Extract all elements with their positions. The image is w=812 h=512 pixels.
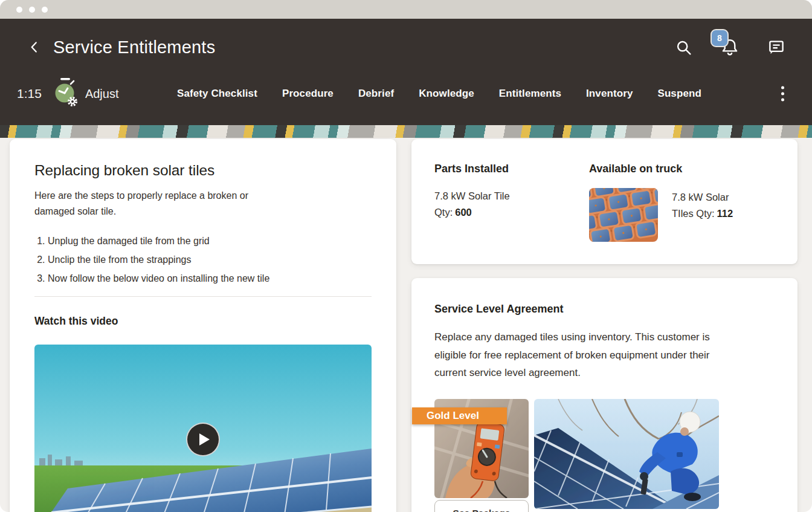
window-dot[interactable] bbox=[16, 7, 22, 13]
parts-installed-section: Parts Installed 7.8 kW Solar Tile Qty:60… bbox=[434, 161, 589, 242]
page-title: Service Entitlements bbox=[53, 37, 215, 57]
overflow-menu-button[interactable] bbox=[781, 86, 784, 102]
available-on-truck-section: Available on truck bbox=[589, 161, 775, 242]
nav-item-procedure[interactable]: Procedure bbox=[282, 88, 334, 100]
article-step: Unclip the tile from the strappings bbox=[48, 252, 372, 267]
truck-title: Available on truck bbox=[589, 163, 775, 175]
title-row: Service Entitlements 8 bbox=[0, 19, 812, 70]
article-step: Unplug the damaged tile from the grid bbox=[48, 233, 372, 248]
article-steps: Unplug the damaged tile from the grid Un… bbox=[48, 233, 372, 286]
article-intro: Here are the steps to properly replace a… bbox=[34, 188, 275, 219]
truck-part-name: 7.8 kW Solar bbox=[672, 189, 733, 206]
decorative-pattern-strip bbox=[0, 125, 812, 138]
installed-qty-value: 600 bbox=[455, 207, 472, 218]
nav-item-entitlements[interactable]: Entitlements bbox=[499, 88, 561, 100]
messages-button[interactable] bbox=[767, 38, 785, 56]
sla-media-row: Gold Level bbox=[434, 399, 775, 512]
chevron-left-icon bbox=[27, 39, 42, 55]
window-dot[interactable] bbox=[42, 7, 48, 13]
app-header: Service Entitlements 8 1:15 bbox=[0, 19, 812, 125]
play-button[interactable] bbox=[186, 423, 220, 456]
chat-icon bbox=[767, 38, 785, 56]
timer-adjust-button[interactable]: Adjust bbox=[85, 87, 119, 101]
knowledge-article-card: Replacing broken solar tiles Here are th… bbox=[10, 139, 396, 512]
video-heading: Watch this video bbox=[34, 315, 372, 328]
timer-value: 1:15 bbox=[17, 86, 42, 101]
sla-title: Service Level Agreement bbox=[434, 303, 775, 316]
window-title-bar bbox=[0, 0, 812, 19]
header-icons: 8 bbox=[675, 37, 785, 57]
gold-level-badge: Gold Level bbox=[412, 407, 507, 424]
nav-item-inventory[interactable]: Inventory bbox=[586, 88, 633, 100]
nav-item-suspend[interactable]: Suspend bbox=[657, 88, 701, 100]
parts-installed-title: Parts Installed bbox=[434, 163, 589, 175]
video-player[interactable] bbox=[34, 345, 372, 512]
search-button[interactable] bbox=[675, 39, 692, 56]
stopwatch-gear-icon bbox=[53, 77, 80, 111]
truck-qty-value: 112 bbox=[717, 208, 733, 219]
parts-card: Parts Installed 7.8 kW Solar Tile Qty:60… bbox=[411, 139, 798, 264]
notification-badge: 8 bbox=[710, 29, 729, 47]
notifications-button[interactable]: 8 bbox=[720, 37, 740, 57]
search-icon bbox=[675, 39, 692, 56]
solar-tiles-image bbox=[589, 188, 658, 242]
sla-body-text: Replace any damaged tiles using inventor… bbox=[434, 328, 720, 382]
window-dot[interactable] bbox=[29, 7, 35, 13]
notification-count: 8 bbox=[717, 33, 722, 43]
nav-item-debrief[interactable]: Debrief bbox=[358, 88, 394, 100]
action-toolbar: 1:15 Adjust Safety Checklist Procedure D… bbox=[0, 70, 812, 118]
see-package-button[interactable]: See Package bbox=[434, 500, 529, 512]
installed-part-name: 7.8 kW Solar Tile bbox=[434, 188, 589, 204]
nav-tabs: Safety Checklist Procedure Debrief Knowl… bbox=[177, 70, 701, 118]
installed-qty-label: Qty: bbox=[434, 207, 453, 218]
nav-item-safety-checklist[interactable]: Safety Checklist bbox=[177, 88, 257, 100]
back-button[interactable] bbox=[25, 38, 44, 56]
divider bbox=[34, 296, 372, 297]
article-step: Now follow the below video on installing… bbox=[48, 271, 372, 286]
service-level-agreement-card: Service Level Agreement Replace any dama… bbox=[411, 278, 798, 512]
nav-item-knowledge[interactable]: Knowledge bbox=[419, 88, 474, 100]
app-window: Service Entitlements 8 1:15 bbox=[0, 0, 812, 512]
article-title: Replacing broken solar tiles bbox=[34, 162, 372, 179]
technician-image bbox=[534, 399, 719, 509]
play-icon bbox=[199, 433, 210, 446]
truck-qty-label: TIles Qty: bbox=[672, 208, 715, 219]
